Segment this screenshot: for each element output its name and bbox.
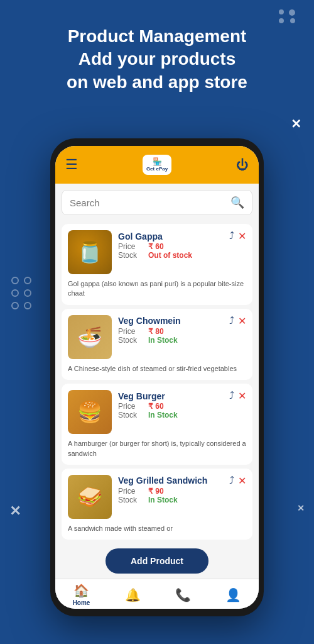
page-header: Product Management Add your products on … <box>13 25 301 94</box>
product-top-2: 🍜 Veg Chowmein ⤴ ✕ Price ₹ 80 <box>68 315 246 359</box>
product-top-3: 🍔 Veg Burger ⤴ ✕ Price ₹ 60 <box>68 390 246 434</box>
product-name-4: Veg Grilled Sandwich <box>118 475 207 486</box>
delete-icon-4[interactable]: ✕ <box>238 475 246 487</box>
stock-status-3: In Stock <box>148 411 178 419</box>
action-icons-3: ⤴ ✕ <box>229 390 246 402</box>
stock-row-3: Stock In Stock <box>118 411 246 419</box>
share-icon-4[interactable]: ⤴ <box>229 475 234 487</box>
home-icon: 🏠 <box>73 583 89 598</box>
nav-home-label: Home <box>73 599 90 606</box>
stock-label-4: Stock <box>118 496 143 504</box>
product-top-4: 🥪 Veg Grilled Sandwich ⤴ ✕ Price ₹ 90 <box>68 475 246 519</box>
product-name-row-4: Veg Grilled Sandwich ⤴ ✕ <box>118 475 246 487</box>
product-details-4: Veg Grilled Sandwich ⤴ ✕ Price ₹ 90 Stoc… <box>118 475 246 519</box>
bottom-navigation: 🏠 Home 🔔 📞 👤 <box>55 579 259 609</box>
product-name-2: Veg Chowmein <box>118 316 181 326</box>
price-value-1: ₹ 60 <box>148 242 164 251</box>
stock-row-1: Stock Out of stock <box>118 251 246 260</box>
phone-icon: 📞 <box>175 587 191 602</box>
price-row-2: Price ₹ 80 <box>118 327 246 336</box>
close-icon-top[interactable]: ✕ <box>291 116 301 131</box>
product-image-2: 🍜 <box>68 315 112 359</box>
action-icons-1: ⤴ ✕ <box>229 230 246 242</box>
nav-notifications[interactable]: 🔔 <box>125 587 141 602</box>
price-row-1: Price ₹ 60 <box>118 242 246 251</box>
header-line1: Product Management <box>13 25 301 48</box>
product-details-2: Veg Chowmein ⤴ ✕ Price ₹ 80 Stock In Sto… <box>118 315 246 359</box>
product-card-1: 🫙 Gol Gappa ⤴ ✕ Price ₹ 60 <box>62 224 252 305</box>
nav-home[interactable]: 🏠 Home <box>73 583 90 606</box>
x-decoration-bottom-left: ✕ <box>9 503 21 519</box>
product-image-4: 🥪 <box>68 475 112 519</box>
product-name-row-3: Veg Burger ⤴ ✕ <box>118 390 246 402</box>
share-icon-3[interactable]: ⤴ <box>229 390 234 402</box>
price-row-3: Price ₹ 60 <box>118 402 246 411</box>
product-card-3: 🍔 Veg Burger ⤴ ✕ Price ₹ 60 <box>62 384 252 465</box>
stock-label-2: Stock <box>118 336 143 345</box>
product-card-4: 🥪 Veg Grilled Sandwich ⤴ ✕ Price ₹ 90 <box>62 469 252 540</box>
action-icons-4: ⤴ ✕ <box>229 475 246 487</box>
power-button[interactable]: ⏻ <box>236 158 249 172</box>
product-image-1: 🫙 <box>68 230 112 274</box>
product-card-2: 🍜 Veg Chowmein ⤴ ✕ Price ₹ 80 <box>62 309 252 380</box>
product-description-2: A Chinese-style dish of steamed or stir-… <box>68 364 246 374</box>
product-top-1: 🫙 Gol Gappa ⤴ ✕ Price ₹ 60 <box>68 230 246 274</box>
product-details-3: Veg Burger ⤴ ✕ Price ₹ 60 Stock In Stock <box>118 390 246 434</box>
phone-screen: ☰ 🏪 Get ePay ⏻ 🔍 🫙 Gol <box>55 146 259 609</box>
price-row-4: Price ₹ 90 <box>118 487 246 496</box>
nav-profile[interactable]: 👤 <box>225 587 241 602</box>
stock-status-4: In Stock <box>148 496 178 504</box>
product-name-1: Gol Gappa <box>118 231 163 242</box>
nav-call[interactable]: 📞 <box>175 587 191 602</box>
action-icons-2: ⤴ ✕ <box>229 315 246 327</box>
product-name-3: Veg Burger <box>118 391 165 401</box>
logo-box: 🏪 Get ePay <box>143 155 171 175</box>
product-list: 🫙 Gol Gappa ⤴ ✕ Price ₹ 60 <box>55 215 259 579</box>
hamburger-menu[interactable]: ☰ <box>65 157 78 173</box>
product-image-3: 🍔 <box>68 390 112 434</box>
price-label-2: Price <box>118 327 143 336</box>
search-icon: 🔍 <box>230 196 244 209</box>
share-icon-1[interactable]: ⤴ <box>229 230 234 242</box>
add-product-button[interactable]: Add Product <box>106 548 208 574</box>
product-name-row-1: Gol Gappa ⤴ ✕ <box>118 230 246 242</box>
stock-row-2: Stock In Stock <box>118 336 246 345</box>
app-logo: 🏪 Get ePay <box>143 155 171 175</box>
stock-label-3: Stock <box>118 411 143 419</box>
product-name-row-2: Veg Chowmein ⤴ ✕ <box>118 315 246 327</box>
delete-icon-2[interactable]: ✕ <box>238 315 246 327</box>
app-header: ☰ 🏪 Get ePay ⏻ <box>55 146 259 184</box>
price-label-1: Price <box>118 242 143 251</box>
delete-icon-1[interactable]: ✕ <box>238 230 246 242</box>
product-description-3: A hamburger (or burger for short) is, ty… <box>68 439 246 458</box>
price-label-3: Price <box>118 402 143 411</box>
x-decoration-bottom-right: ✕ <box>297 503 305 513</box>
search-bar[interactable]: 🔍 <box>62 190 252 215</box>
stock-status-2: In Stock <box>148 336 178 345</box>
bell-icon: 🔔 <box>125 587 141 602</box>
price-value-3: ₹ 60 <box>148 402 164 411</box>
price-value-2: ₹ 80 <box>148 327 164 336</box>
share-icon-2[interactable]: ⤴ <box>229 315 234 327</box>
stock-row-4: Stock In Stock <box>118 496 246 504</box>
header-line2: Add your products <box>13 48 301 70</box>
search-input[interactable] <box>70 197 230 208</box>
stock-label-1: Stock <box>118 251 143 260</box>
price-label-4: Price <box>118 487 143 496</box>
user-icon: 👤 <box>225 587 241 602</box>
delete-icon-3[interactable]: ✕ <box>238 390 246 402</box>
phone-frame: ☰ 🏪 Get ePay ⏻ 🔍 🫙 Gol <box>50 138 264 616</box>
product-description-1: Gol gappa (also known as pani puri) is a… <box>68 279 246 299</box>
header-line3: on web and app store <box>13 71 301 94</box>
stock-status-1: Out of stock <box>148 251 192 260</box>
price-value-4: ₹ 90 <box>148 487 164 496</box>
product-description-4: A sandwich made with steamed or <box>68 524 246 533</box>
product-details-1: Gol Gappa ⤴ ✕ Price ₹ 60 Stock Out of st… <box>118 230 246 274</box>
